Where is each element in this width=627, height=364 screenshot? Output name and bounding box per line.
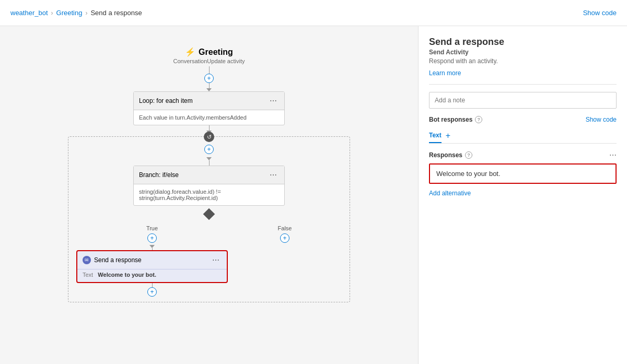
breadcrumb-sep-1: › — [51, 9, 53, 17]
loop-node: Loop: for each item ⋯ Each value in turn… — [133, 91, 285, 125]
branch-condition-1: string(dialog.foreach.value.id) != — [139, 189, 279, 195]
action-title: Send a response — [94, 256, 142, 264]
loop-back-icon: ↺ — [204, 132, 214, 142]
show-code-button[interactable]: Show code — [583, 9, 617, 17]
add-step-false-btn[interactable]: + — [280, 233, 289, 243]
branch-right-false: False + — [228, 225, 342, 297]
panel-description: Respond with an activity. — [429, 57, 617, 65]
response-text: Welcome to your bot. — [436, 170, 501, 178]
tab-text-label: Text — [429, 132, 442, 139]
breadcrumb-item-bot[interactable]: weather_bot — [10, 9, 48, 17]
true-label: True — [146, 225, 158, 231]
trigger-sub: ConversationUpdate activity — [173, 58, 245, 64]
false-label: False — [278, 225, 292, 231]
add-step-true-btn[interactable]: + — [147, 233, 157, 243]
trigger-node: ⚡ Greeting ConversationUpdate activity — [173, 47, 245, 64]
add-note-input[interactable] — [429, 92, 617, 109]
add-step-btn-2[interactable]: + — [204, 145, 214, 154]
branch-split: True + ✉ Send a response ⋯ — [76, 225, 342, 297]
tab-row: Text + — [429, 128, 617, 144]
responses-menu-btn[interactable]: ⋯ — [609, 151, 617, 159]
header: weather_bot › Greeting › Send a response… — [0, 0, 627, 26]
responses-info-icon[interactable]: ? — [465, 151, 472, 159]
trigger-label: ⚡ Greeting — [185, 47, 233, 57]
bot-responses-title: Bot responses ? — [429, 116, 482, 123]
lightning-icon: ⚡ — [185, 47, 195, 57]
action-text-label: Text — [83, 272, 93, 278]
loop-body: Each value in turn.Activity.membersAdded — [134, 110, 284, 125]
responses-title: Responses ? — [429, 151, 472, 159]
right-panel: Send a response Send Activity Respond wi… — [418, 26, 627, 364]
conn-after-action — [152, 283, 153, 287]
bot-responses-info-icon[interactable]: ? — [475, 116, 482, 123]
divider-1 — [429, 84, 617, 85]
breadcrumb-sep-2: › — [85, 9, 87, 17]
connector-1: + — [204, 66, 214, 91]
add-step-btn-1[interactable]: + — [204, 74, 214, 83]
learn-more-link[interactable]: Learn more — [429, 69, 461, 77]
conn-3 — [209, 160, 210, 166]
branch-title: Branch: if/else — [139, 171, 179, 179]
flow-container: ⚡ Greeting ConversationUpdate activity +… — [10, 37, 408, 302]
tab-text[interactable]: Text — [429, 128, 442, 143]
action-body: Text Welcome to your bot. — [77, 269, 227, 282]
breadcrumb: weather_bot › Greeting › Send a response — [10, 9, 142, 17]
response-text-box[interactable]: Welcome to your bot. — [429, 163, 617, 184]
bot-responses-section-header: Bot responses ? Show code — [429, 116, 617, 123]
action-header: ✉ Send a response ⋯ — [77, 251, 227, 269]
send-response-node[interactable]: ✉ Send a response ⋯ Text Welcome to your… — [76, 250, 228, 283]
action-header-left: ✉ Send a response — [83, 256, 142, 264]
tab-add-btn[interactable]: + — [446, 130, 450, 142]
action-icon: ✉ — [83, 256, 91, 264]
flow-canvas: ⚡ Greeting ConversationUpdate activity +… — [0, 26, 418, 364]
panel-subtitle: Send Activity — [429, 49, 617, 56]
add-alternative-btn[interactable]: Add alternative — [429, 190, 471, 197]
branch-body: string(dialog.foreach.value.id) != strin… — [134, 184, 284, 205]
branch-left-true: True + ✉ Send a response ⋯ — [76, 225, 228, 297]
breadcrumb-item-current: Send a response — [90, 9, 142, 17]
trigger-name: Greeting — [199, 48, 233, 57]
branch-menu-btn[interactable]: ⋯ — [268, 170, 279, 180]
panel-title: Send a response — [429, 37, 617, 48]
loop-title: Loop: for each item — [139, 97, 193, 104]
branch-condition-2: string(turn.Activity.Recipient.id) — [139, 195, 279, 201]
action-menu-btn[interactable]: ⋯ — [210, 255, 222, 265]
breadcrumb-item-greeting[interactable]: Greeting — [56, 9, 83, 17]
diamond-shape — [203, 208, 215, 220]
branch-node: Branch: if/else ⋯ string(dialog.foreach.… — [133, 166, 285, 206]
add-step-after-action[interactable]: + — [147, 287, 157, 297]
responses-header: Responses ? ⋯ — [429, 151, 617, 159]
branch-header: Branch: if/else ⋯ — [134, 166, 284, 184]
main-layout: ⚡ Greeting ConversationUpdate activity +… — [0, 26, 627, 364]
action-text-value: Welcome to your bot. — [98, 272, 156, 278]
loop-menu-btn[interactable]: ⋯ — [268, 96, 279, 105]
panel-show-code-btn[interactable]: Show code — [586, 116, 617, 123]
dashed-loop-container: ↺ + Branch: if/else ⋯ string(dialog.fore… — [68, 136, 350, 302]
loop-header: Loop: for each item ⋯ — [134, 92, 284, 110]
